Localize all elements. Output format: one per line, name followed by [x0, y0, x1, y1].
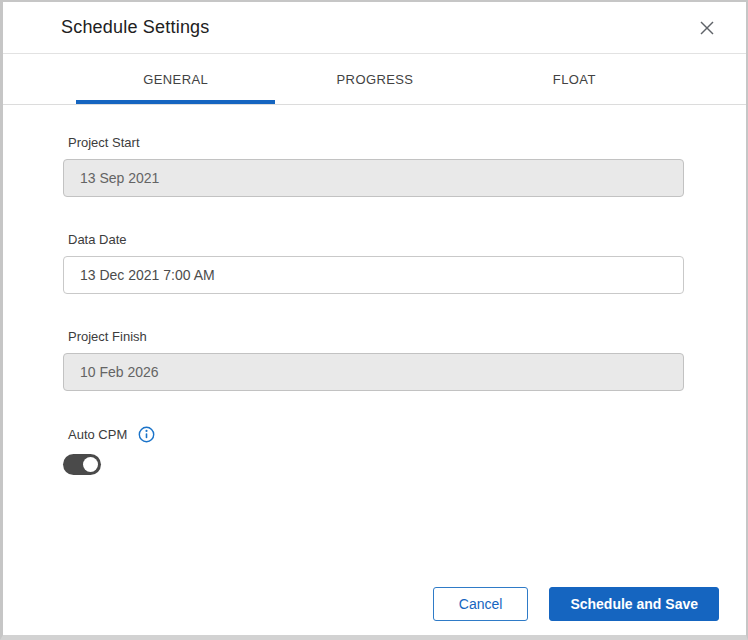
tab-float-label: FLOAT — [553, 72, 596, 87]
auto-cpm-section: Auto CPM — [63, 426, 684, 475]
project-finish-input — [63, 353, 684, 391]
project-start-input — [63, 159, 684, 197]
project-finish-field: Project Finish — [63, 329, 684, 391]
tab-general-label: GENERAL — [143, 72, 208, 87]
tab-bar: GENERAL PROGRESS FLOAT — [76, 54, 674, 104]
toggle-knob — [83, 457, 98, 472]
schedule-and-save-button[interactable]: Schedule and Save — [549, 587, 719, 621]
general-tab-panel: Project Start Data Date Project Finish A… — [3, 105, 746, 587]
dialog-footer: Cancel Schedule and Save — [3, 587, 746, 635]
data-date-label: Data Date — [68, 232, 684, 247]
info-icon[interactable] — [138, 426, 155, 443]
tab-progress-label: PROGRESS — [337, 72, 414, 87]
tab-progress[interactable]: PROGRESS — [275, 54, 474, 104]
project-start-field: Project Start — [63, 135, 684, 197]
close-icon — [699, 20, 715, 36]
tab-float[interactable]: FLOAT — [475, 54, 674, 104]
page-title: Schedule Settings — [61, 17, 210, 38]
schedule-settings-dialog: Schedule Settings GENERAL PROGRESS FLOAT… — [0, 0, 748, 640]
auto-cpm-label: Auto CPM — [68, 427, 127, 442]
data-date-field: Data Date — [63, 232, 684, 294]
project-start-label: Project Start — [68, 135, 684, 150]
cancel-button[interactable]: Cancel — [433, 587, 529, 621]
auto-cpm-toggle[interactable] — [63, 454, 101, 475]
data-date-input[interactable] — [63, 256, 684, 294]
tab-general[interactable]: GENERAL — [76, 54, 275, 104]
project-finish-label: Project Finish — [68, 329, 684, 344]
dialog-header: Schedule Settings — [3, 2, 746, 54]
close-button[interactable] — [690, 11, 724, 45]
